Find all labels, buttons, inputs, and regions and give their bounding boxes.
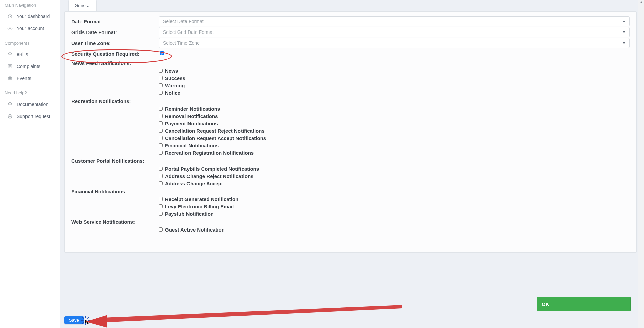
checkbox-address-reject[interactable] [159, 174, 163, 178]
ebills-icon [7, 52, 13, 57]
label-user-time-zone: User Time Zone: [71, 40, 159, 46]
sidebar-item-label: eBills [17, 52, 28, 57]
checklist-news-feed: News Success Warning Notice [159, 67, 630, 96]
doc-icon [7, 102, 13, 107]
checkbox-address-accept[interactable] [159, 181, 163, 185]
checkbox-notice[interactable] [159, 91, 163, 95]
sidebar-section-components: Components [0, 39, 60, 48]
chevron-down-icon [623, 31, 625, 33]
check-label: Address Change Reject Notifications [165, 173, 253, 179]
check-label: News [165, 68, 178, 74]
sidebar-item-label: Support request [17, 114, 50, 119]
select-date-format[interactable]: Select Date Format [159, 16, 630, 26]
sidebar-item-documentation[interactable]: Documentation [0, 98, 60, 110]
select-placeholder: Select Grid Date Format [163, 29, 214, 35]
check-reminder: Reminder Notifications [159, 105, 630, 112]
group-web-service: Web Service Notifications: [71, 217, 630, 226]
chevron-down-icon [623, 21, 625, 22]
sidebar-item-support[interactable]: Support request [0, 110, 60, 122]
sidebar-item-label: Complaints [17, 64, 40, 69]
checkbox-guest-active[interactable] [159, 227, 163, 232]
ok-button[interactable]: OK [537, 297, 631, 311]
tabs: General [64, 0, 637, 11]
sidebar-item-dashboard[interactable]: Your dashboard [0, 10, 60, 22]
checklist-web-service: Guest Active Notification [159, 226, 630, 233]
sidebar-section-main: Main Navigation [0, 1, 60, 10]
group-financial: Financial Notifications: [71, 187, 630, 195]
label-security-question: Security Question Required: [71, 51, 159, 57]
checkbox-removal[interactable] [159, 114, 163, 118]
check-label: Reminder Notifications [165, 106, 220, 112]
checkbox-portal-paybills[interactable] [159, 167, 163, 171]
check-label: Cancellation Request Accept Notification… [165, 135, 266, 141]
svg-point-5 [9, 116, 11, 117]
check-success: Success [159, 74, 630, 82]
check-label: Address Change Accept [165, 181, 223, 186]
check-notice: Notice [159, 89, 630, 96]
complaints-icon [7, 64, 13, 69]
checkbox-receipt[interactable] [159, 197, 163, 201]
check-label: Warning [165, 83, 185, 88]
checkbox-recreation-reg[interactable] [159, 151, 163, 155]
check-label: Guest Active Notification [165, 227, 225, 233]
checkbox-payment[interactable] [159, 121, 163, 125]
scrollbar[interactable] [638, 0, 644, 328]
check-guest-active: Guest Active Notification [159, 226, 630, 233]
checklist-recreation: Reminder Notifications Removal Notificat… [159, 105, 630, 156]
checkbox-cancel-accept[interactable] [159, 136, 163, 140]
sidebar-section-help: Need help? [0, 88, 60, 98]
sidebar-item-account[interactable]: Your account [0, 22, 60, 35]
sidebar: Main Navigation Your dashboard Your acco… [0, 0, 60, 328]
check-cancel-accept: Cancellation Request Accept Notification… [159, 134, 630, 142]
row-date-format: Date Format: Select Date Format [71, 16, 630, 26]
check-levy: Levy Electronic Billing Email [159, 203, 630, 210]
select-grids-date-format[interactable]: Select Grid Date Format [159, 27, 630, 37]
save-button[interactable]: Save [64, 316, 84, 324]
row-grids-date-format: Grids Date Format: Select Grid Date Form… [71, 27, 630, 37]
sidebar-item-ebills[interactable]: eBills [0, 48, 60, 60]
sidebar-item-events[interactable]: Events [0, 72, 60, 84]
checkbox-levy[interactable] [159, 204, 163, 208]
group-recreation: Recreation Notifications: [71, 96, 630, 105]
sidebar-item-label: Your dashboard [17, 14, 50, 19]
select-user-time-zone[interactable]: Select Time Zone [159, 38, 630, 48]
chevron-down-icon [623, 42, 625, 44]
check-label: Portal Paybills Completed Notifications [165, 166, 259, 172]
check-label: Levy Electronic Billing Email [165, 204, 234, 209]
check-label: Notice [165, 90, 180, 96]
check-label: Cancellation Request Reject Notification… [165, 128, 265, 134]
checkbox-news[interactable] [159, 69, 163, 73]
check-label: Recreation Registration Notifications [165, 150, 254, 156]
select-placeholder: Select Time Zone [163, 40, 200, 46]
checkbox-cancel-reject[interactable] [159, 129, 163, 133]
check-news: News [159, 67, 630, 74]
events-icon [7, 76, 13, 81]
settings-panel: Date Format: Select Date Format Grids Da… [64, 11, 637, 253]
checkbox-reminder[interactable] [159, 107, 163, 111]
checkbox-financial-not[interactable] [159, 143, 163, 147]
check-label: Payment Notifications [165, 121, 218, 126]
checkbox-success[interactable] [159, 76, 163, 80]
main-content: General Date Format: Select Date Format … [60, 0, 644, 328]
check-paystub: Paystub Notification [159, 210, 630, 217]
checkbox-warning[interactable] [159, 83, 163, 87]
checklist-financial: Receipt Generated Notification Levy Elec… [159, 195, 630, 217]
check-label: Success [165, 75, 185, 81]
sidebar-item-complaints[interactable]: Complaints [0, 60, 60, 72]
checkbox-security-question[interactable] [160, 51, 164, 55]
check-receipt: Receipt Generated Notification [159, 195, 630, 203]
gear-icon [7, 26, 13, 31]
sidebar-item-label: Documentation [17, 102, 48, 107]
group-customer-portal: Customer Portal Notifications: [71, 156, 630, 165]
check-payment: Payment Notifications [159, 120, 630, 127]
row-user-time-zone: User Time Zone: Select Time Zone [71, 38, 630, 48]
checkbox-paystub[interactable] [159, 212, 163, 216]
dashboard-icon [7, 14, 13, 19]
svg-point-1 [9, 28, 11, 29]
tab-general[interactable]: General [68, 0, 97, 11]
label-grids-date-format: Grids Date Format: [71, 29, 159, 35]
check-label: Paystub Notification [165, 211, 214, 217]
check-recreation-reg: Recreation Registration Notifications [159, 149, 630, 156]
row-security-question: Security Question Required: [71, 49, 630, 59]
check-cancel-reject: Cancellation Request Reject Notification… [159, 127, 630, 134]
